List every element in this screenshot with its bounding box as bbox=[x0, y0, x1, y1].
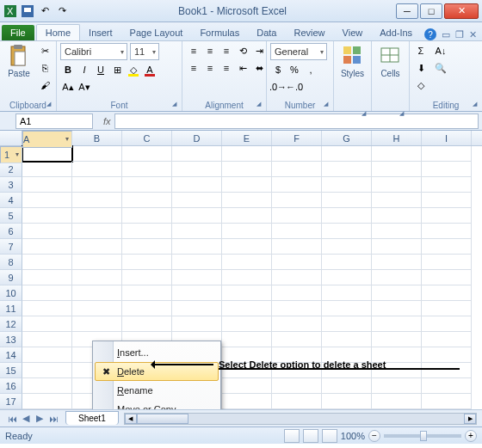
number-format-select[interactable]: General bbox=[270, 43, 327, 60]
row-header[interactable]: 3 bbox=[0, 177, 22, 193]
normal-view-icon[interactable] bbox=[284, 429, 300, 443]
tab-data[interactable]: Data bbox=[248, 25, 285, 40]
row-header[interactable]: 7 bbox=[0, 239, 22, 255]
col-header-g[interactable]: G bbox=[322, 131, 372, 145]
cell[interactable] bbox=[322, 301, 372, 316]
row-header[interactable]: 10 bbox=[0, 285, 22, 301]
page-break-view-icon[interactable] bbox=[322, 429, 337, 443]
cell[interactable] bbox=[422, 177, 472, 193]
cell[interactable] bbox=[22, 255, 72, 270]
cell[interactable] bbox=[422, 394, 472, 409]
fill-color-button[interactable]: ◇ bbox=[126, 62, 141, 77]
row-header[interactable]: 17 bbox=[0, 394, 22, 409]
cell[interactable] bbox=[172, 239, 222, 255]
cell[interactable] bbox=[22, 394, 72, 409]
zoom-in-button[interactable]: + bbox=[465, 430, 477, 442]
col-header-i[interactable]: I bbox=[422, 131, 472, 145]
cell[interactable] bbox=[72, 193, 122, 208]
cell[interactable] bbox=[72, 316, 122, 332]
align-bottom-icon[interactable]: ≡ bbox=[219, 43, 234, 58]
cell[interactable] bbox=[72, 177, 122, 193]
cell[interactable] bbox=[172, 162, 222, 177]
cell[interactable] bbox=[172, 177, 222, 193]
cell[interactable] bbox=[272, 146, 322, 162]
cell[interactable] bbox=[22, 285, 72, 301]
menu-move-or-copy[interactable]: Move or Copy... bbox=[95, 400, 219, 409]
cell[interactable] bbox=[122, 239, 172, 255]
cell[interactable] bbox=[272, 255, 322, 270]
cell[interactable] bbox=[72, 270, 122, 285]
next-sheet-icon[interactable]: ▶ bbox=[33, 412, 46, 426]
minimize-button[interactable]: ─ bbox=[396, 3, 418, 19]
cell[interactable] bbox=[422, 301, 472, 316]
cell[interactable] bbox=[122, 146, 172, 162]
cell[interactable] bbox=[122, 162, 172, 177]
tab-view[interactable]: View bbox=[334, 25, 372, 40]
tab-file[interactable]: File bbox=[2, 25, 34, 40]
cell[interactable] bbox=[172, 316, 222, 332]
cell[interactable] bbox=[272, 193, 322, 208]
row-header[interactable]: 16 bbox=[0, 378, 22, 394]
tab-review[interactable]: Review bbox=[285, 25, 333, 40]
cell[interactable] bbox=[22, 193, 72, 208]
cell[interactable] bbox=[222, 394, 272, 409]
col-header-c[interactable]: C bbox=[122, 131, 172, 145]
cell[interactable] bbox=[272, 270, 322, 285]
cell[interactable] bbox=[172, 270, 222, 285]
cell[interactable] bbox=[172, 208, 222, 224]
paste-button[interactable]: Paste bbox=[3, 43, 34, 78]
col-header-e[interactable]: E bbox=[222, 131, 272, 145]
cell[interactable] bbox=[172, 193, 222, 208]
cell[interactable] bbox=[222, 378, 272, 394]
tab-insert[interactable]: Insert bbox=[80, 25, 121, 40]
cells-button[interactable]: Cells bbox=[375, 43, 405, 78]
cell[interactable] bbox=[322, 378, 372, 394]
cell[interactable] bbox=[322, 177, 372, 193]
cell[interactable] bbox=[372, 255, 422, 270]
cell[interactable] bbox=[222, 332, 272, 347]
cut-icon[interactable]: ✂ bbox=[37, 43, 53, 58]
cell[interactable] bbox=[72, 239, 122, 255]
sheet-tab[interactable]: Sheet1 bbox=[65, 411, 119, 425]
cell[interactable] bbox=[422, 224, 472, 239]
cell[interactable] bbox=[272, 177, 322, 193]
find-icon[interactable]: 🔍 bbox=[431, 60, 450, 76]
cell[interactable] bbox=[272, 239, 322, 255]
cell[interactable] bbox=[22, 208, 72, 224]
menu-rename[interactable]: Rename bbox=[95, 381, 219, 400]
percent-icon[interactable]: % bbox=[287, 62, 302, 77]
tab-page-layout[interactable]: Page Layout bbox=[121, 25, 192, 40]
cell[interactable] bbox=[422, 193, 472, 208]
row-header[interactable]: 4 bbox=[0, 193, 22, 208]
col-header-d[interactable]: D bbox=[172, 131, 222, 145]
font-size-select[interactable]: 11 bbox=[130, 43, 159, 60]
help-icon[interactable]: ? bbox=[424, 28, 436, 40]
cell[interactable] bbox=[422, 146, 472, 162]
maximize-button[interactable]: □ bbox=[420, 3, 442, 19]
minimize-ribbon-icon[interactable]: ▭ bbox=[442, 29, 450, 40]
zoom-out-button[interactable]: − bbox=[368, 430, 380, 442]
cell[interactable] bbox=[22, 332, 72, 347]
cell[interactable] bbox=[272, 378, 322, 394]
cell[interactable] bbox=[22, 316, 72, 332]
cell[interactable] bbox=[172, 285, 222, 301]
cell[interactable] bbox=[422, 378, 472, 394]
align-top-icon[interactable]: ≡ bbox=[186, 43, 201, 58]
row-header[interactable]: 9 bbox=[0, 270, 22, 285]
cell[interactable] bbox=[172, 146, 222, 162]
cell[interactable] bbox=[422, 316, 472, 332]
cell[interactable] bbox=[322, 270, 372, 285]
row-header[interactable]: 12 bbox=[0, 316, 22, 332]
align-center-icon[interactable]: ≡ bbox=[202, 60, 218, 76]
cell[interactable] bbox=[22, 239, 72, 255]
cell[interactable] bbox=[72, 208, 122, 224]
row-header[interactable]: 8 bbox=[0, 255, 22, 270]
cell[interactable] bbox=[372, 224, 422, 239]
cell[interactable] bbox=[422, 255, 472, 270]
cell[interactable] bbox=[422, 285, 472, 301]
cell[interactable] bbox=[422, 208, 472, 224]
format-painter-icon[interactable]: 🖌 bbox=[37, 77, 53, 93]
redo-icon[interactable]: ↷ bbox=[55, 4, 69, 18]
col-header-b[interactable]: B bbox=[72, 131, 122, 145]
cell[interactable] bbox=[322, 239, 372, 255]
